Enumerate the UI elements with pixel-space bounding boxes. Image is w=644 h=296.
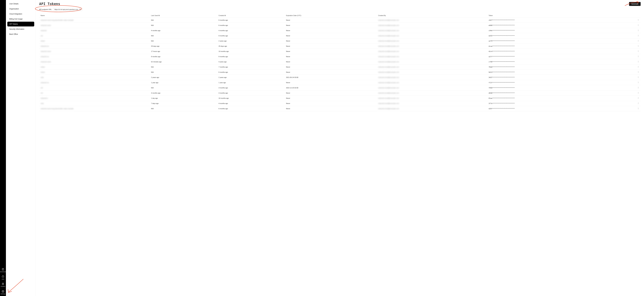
- menu-item-billing-and-usage[interactable]: Billing And Usage: [7, 16, 34, 21]
- menu-item-security-information[interactable]: Security Information: [7, 27, 34, 31]
- created-cell: 6 months ago: [217, 70, 285, 75]
- col-expiration[interactable]: Expiration Date (UTC): [285, 13, 377, 17]
- svg-point-49: [638, 93, 638, 94]
- generate-button[interactable]: Generate: [629, 2, 640, 6]
- col-token[interactable]: Token: [487, 13, 622, 17]
- table-row[interactable]: redacted-n1 day ago10 months agoNeverred…: [39, 96, 640, 101]
- row-actions-icon[interactable]: [637, 55, 639, 57]
- rail-item-worksheets[interactable]: Worksheets: [0, 267, 6, 274]
- page-title: API Tokens: [39, 2, 60, 6]
- table-row[interactable]: redacted4 months ago4 months agoNeverred…: [39, 28, 640, 33]
- last-used-cell: 29 days ago: [150, 44, 217, 49]
- token-cell: 9d13************************: [487, 70, 622, 75]
- row-actions-icon[interactable]: [637, 81, 639, 83]
- row-actions-icon[interactable]: [637, 24, 639, 26]
- row-actions-icon[interactable]: [637, 71, 639, 73]
- expiration-cell: Never: [285, 54, 377, 59]
- table-row[interactable]: redN/A3 months ago2022-12-20 02:00redact…: [39, 85, 640, 90]
- table-row[interactable]: redactN/A6 months agoNeverredacted.email…: [39, 70, 640, 75]
- svg-point-3: [3, 291, 4, 292]
- row-actions-icon[interactable]: [637, 97, 639, 99]
- rail-item-clusters[interactable]: Clusters: [0, 281, 6, 289]
- menu-item-cloud-integration[interactable]: Cloud Integration: [7, 11, 34, 16]
- created-cell: 4 months ago: [217, 101, 285, 106]
- row-actions-icon[interactable]: [637, 50, 639, 52]
- row-actions-icon[interactable]: [637, 19, 639, 21]
- endpoint-box: https://cl-mt-api-prod.upsolver.com: [53, 8, 82, 11]
- tokens-table-wrap[interactable]: Name Last Used At Created At Expiration …: [39, 13, 640, 296]
- menu-item-api-tokens[interactable]: API Tokens: [7, 22, 34, 26]
- created-cell: 6 months ago: [217, 23, 285, 28]
- row-actions-icon[interactable]: [637, 66, 639, 68]
- table-row[interactable]: reda7 days ago4 months agoNeverredacted.…: [39, 101, 640, 106]
- last-used-cell: N/A: [150, 70, 217, 75]
- token-cell: ff2f************************: [487, 80, 622, 85]
- created-by-cell: redacted.email@example.com: [378, 45, 399, 47]
- table-row[interactable]: red4 months ago4 months agoNeverredacted…: [39, 90, 640, 96]
- menu-item-back-office[interactable]: Back Office: [7, 32, 34, 36]
- menu-item-organization[interactable]: Organization: [7, 6, 34, 11]
- table-row[interactable]: redN/A9 months agoNeverredacted.email@ex…: [39, 33, 640, 38]
- table-row[interactable]: redactN/A2 years agoNeverredacted.email@…: [39, 38, 640, 44]
- token-name: reda: [40, 76, 44, 78]
- svg-point-38: [638, 76, 638, 77]
- created-by-cell: redacted.email@example.com: [378, 30, 399, 31]
- rail-item-jobs[interactable]: Jobs: [0, 274, 6, 281]
- menu-item-user-details[interactable]: User Details: [7, 1, 34, 6]
- svg-point-21: [638, 46, 638, 46]
- row-actions-icon[interactable]: [637, 102, 639, 104]
- table-row[interactable]: reda2 years ago2 years ago2021-05-24 03:…: [39, 75, 640, 80]
- svg-point-5: [638, 19, 638, 19]
- col-created[interactable]: Created At: [217, 13, 285, 17]
- table-row[interactable]: redacted-na8 months ago8 months agoNever…: [39, 54, 640, 59]
- svg-point-25: [638, 52, 638, 52]
- table-row[interactable]: redacted-nameN/A6 months agoNeverredacte…: [39, 23, 640, 28]
- svg-point-9: [638, 25, 638, 25]
- row-actions-icon[interactable]: [637, 35, 639, 36]
- row-actions-icon[interactable]: [637, 45, 639, 47]
- created-cell: 8 months ago: [217, 54, 285, 59]
- token-name: redacted-name: [40, 61, 51, 63]
- created-cell: 6 months ago: [217, 106, 285, 111]
- col-last-used[interactable]: Last Used At: [150, 13, 217, 17]
- token-cell: a279************************: [487, 38, 622, 44]
- table-row[interactable]: redacted-name-long-placeholder-value-exa…: [39, 106, 640, 111]
- token-name: redact: [40, 66, 45, 68]
- expiration-cell: 2021-05-24 03:00: [285, 75, 377, 80]
- last-used-cell: N/A: [150, 64, 217, 70]
- table-row[interactable]: redacted-na1 year ago1 year agoNeverreda…: [39, 80, 640, 85]
- table-row[interactable]: redacted-name-long-placeholder-value-exa…: [39, 17, 640, 23]
- rail-item-label: Clusters: [1, 286, 5, 287]
- token-name: red: [40, 35, 43, 36]
- created-by-cell: redacted.email@example.com: [378, 97, 399, 99]
- svg-point-51: [638, 98, 638, 98]
- token-name: redacted-na: [40, 82, 49, 83]
- endpoint-label: API endpoint URL:: [39, 8, 52, 10]
- table-row[interactable]: redacted-name17 hours ago10 months agoNe…: [39, 49, 640, 54]
- row-actions-icon[interactable]: [637, 29, 639, 31]
- row-actions-icon[interactable]: [637, 107, 639, 109]
- col-created-by[interactable]: Created By: [377, 13, 487, 17]
- row-actions-icon[interactable]: [637, 76, 639, 78]
- token-name: redacted-name: [40, 24, 51, 26]
- copy-icon[interactable]: [79, 8, 81, 10]
- token-cell: d048************************: [487, 90, 622, 96]
- row-actions-icon[interactable]: [637, 40, 639, 42]
- row-actions-icon[interactable]: [637, 61, 639, 63]
- token-cell: 3437************************: [487, 75, 622, 80]
- rail-item-settings[interactable]: Settings: [0, 289, 6, 296]
- table-row[interactable]: redactN/A7 months agoNeverredacted.email…: [39, 64, 640, 70]
- table-row[interactable]: redacted-na29 days ago29 days agoNeverre…: [39, 44, 640, 49]
- last-used-cell: 1 day ago: [150, 96, 217, 101]
- svg-point-12: [638, 30, 638, 30]
- svg-point-53: [638, 103, 638, 103]
- token-cell: f958************************: [487, 85, 622, 90]
- col-name[interactable]: Name: [39, 13, 150, 17]
- created-cell: 10 months ago: [217, 49, 285, 54]
- expiration-cell: 2022-12-20 02:00: [285, 85, 377, 90]
- table-row[interactable]: redacted-name52 minutes ago4 years agoNe…: [39, 59, 640, 64]
- svg-point-13: [638, 31, 638, 31]
- row-actions-icon[interactable]: [637, 87, 639, 89]
- row-actions-icon[interactable]: [637, 92, 639, 94]
- token-name: red: [40, 92, 43, 94]
